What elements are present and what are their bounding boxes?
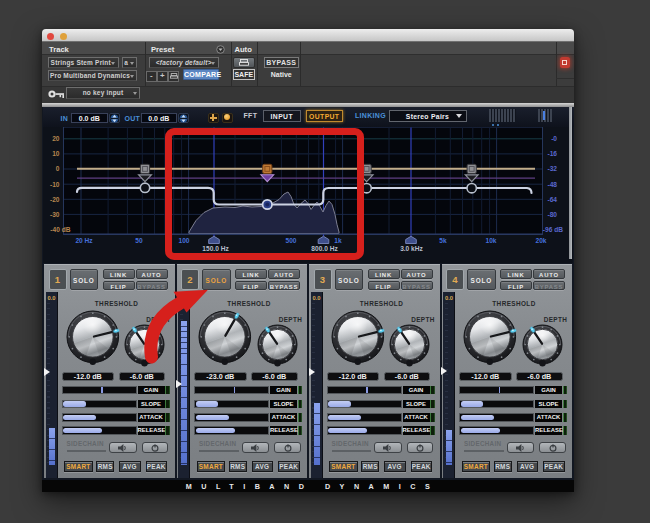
svg-text:5k: 5k [439, 236, 447, 243]
svg-text:20 Hz: 20 Hz [75, 236, 93, 243]
svg-text:-80: -80 [547, 210, 557, 217]
svg-text:20: 20 [52, 135, 60, 142]
svg-text:-40 dB: -40 dB [50, 225, 70, 232]
svg-text:-96 dB: -96 dB [543, 225, 563, 232]
svg-text:10: 10 [52, 150, 60, 157]
svg-text:-30: -30 [50, 210, 60, 217]
svg-text:0: 0 [56, 165, 60, 172]
svg-text:-0: -0 [551, 135, 557, 142]
svg-text:-48: -48 [547, 180, 557, 187]
svg-text:-32: -32 [547, 165, 557, 172]
svg-text:-16: -16 [547, 150, 557, 157]
svg-text:-10: -10 [50, 180, 60, 187]
svg-text:-20: -20 [50, 195, 60, 202]
svg-text:3.0 kHz: 3.0 kHz [400, 245, 423, 252]
svg-text:50: 50 [135, 236, 143, 243]
svg-text:-64: -64 [547, 195, 557, 202]
svg-text:20k: 20k [535, 236, 546, 243]
svg-text:10k: 10k [485, 236, 496, 243]
